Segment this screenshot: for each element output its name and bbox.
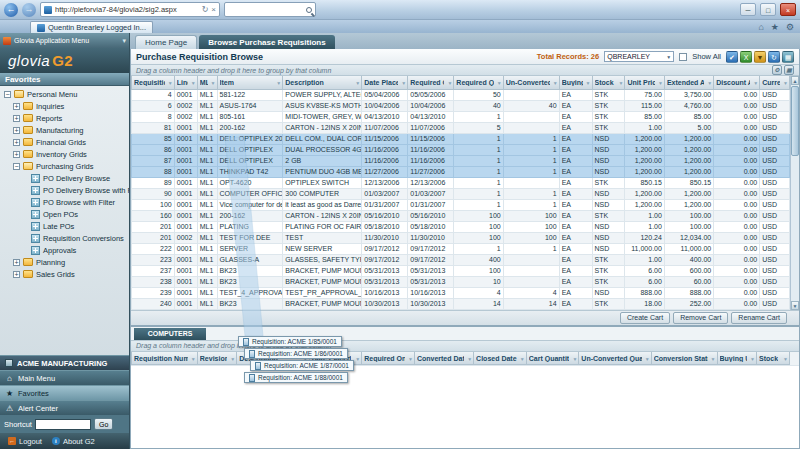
col-line[interactable]: Line▼ [174, 76, 197, 89]
tree-item-purchasing-grids[interactable]: −Purchasing Grids [0, 160, 129, 172]
requisition-row[interactable]: 60002ML1ASUS-1764ASUS KV8SE-KS MOTHER10/… [132, 100, 790, 111]
filter-funnel-icon[interactable]: ▼ [586, 80, 591, 86]
tree-item-po-delivery-browse-with-f[interactable]: PO Delivery Browse with F [0, 184, 129, 196]
requisition-row[interactable]: 2380001ML1BK23BRACKET, PUMP MOUNTI05/31/… [132, 276, 790, 287]
requisition-row[interactable]: 2230001ML1GLASSES-AGLASSES, SAFETY TYPE … [132, 254, 790, 265]
column-chooser-icon[interactable]: ▦ [782, 51, 794, 63]
filter-funnel-icon[interactable]: ▼ [168, 80, 173, 86]
cart-tab-computers[interactable]: COMPUTERS [134, 328, 206, 340]
address-bar[interactable]: http://pieforvia7-84/glovia2/sig2.aspx ↻… [40, 2, 220, 17]
browser-tab[interactable]: Quentin Brearley Logged In... [30, 21, 153, 33]
col-buying-um[interactable]: Buying UM▼ [559, 76, 592, 89]
filter-funnel-icon[interactable]: ▼ [707, 80, 712, 86]
maximize-button[interactable]: □ [760, 3, 776, 16]
cart-col-converted-date[interactable]: Converted Date▼ [414, 352, 473, 365]
excel-export-icon[interactable]: X [740, 51, 752, 63]
expand-icon[interactable]: + [13, 271, 20, 278]
requisition-row[interactable]: 890001ML1OPT-4620OPTIPLEX SWITCH12/13/20… [132, 177, 790, 188]
scroll-down-icon[interactable]: ▼ [791, 301, 799, 310]
requisition-row[interactable]: 850001ML1DELL OPTIPLEX 200DELL COM., DUA… [132, 133, 790, 144]
expand-icon[interactable]: + [13, 115, 20, 122]
requisition-row[interactable]: 880001ML1THINKPAD T42PENTIUM DUO 4GB MEM… [132, 166, 790, 177]
tree-item-late-pos[interactable]: Late POs [0, 220, 129, 232]
expand-icon[interactable]: + [13, 259, 20, 266]
cart-col-closed-date[interactable]: Closed Date▼ [474, 352, 527, 365]
remove-cart-button[interactable]: Remove Cart [673, 312, 728, 324]
requisition-row[interactable]: 80002ML1805-161MIDI-TOWER, GREY, W/O04/1… [132, 111, 790, 122]
go-button[interactable]: Go [94, 418, 113, 430]
forward-icon[interactable]: → [22, 3, 36, 17]
col-un-converted-quantity[interactable]: Un-Converted Quantity▼ [503, 76, 559, 89]
col-currency[interactable]: Currency▼ [760, 76, 790, 89]
scrollbar-thumb[interactable] [791, 86, 799, 156]
company-button[interactable]: ACME MANUFACTURING [0, 355, 129, 370]
tab-home-page[interactable]: Home Page [135, 35, 197, 49]
close-button[interactable]: × [780, 3, 796, 16]
filter-funnel-icon[interactable]: ▼ [497, 80, 502, 86]
cart-group-by-bar[interactable]: Drag a column header and drop it here to… [131, 340, 799, 352]
cart-col-buying-um[interactable]: Buying UM▼ [717, 352, 756, 365]
filter-funnel-icon[interactable]: ▼ [211, 80, 216, 86]
tree-item-manufacturing[interactable]: +Manufacturing [0, 124, 129, 136]
filter-funnel-icon[interactable]: ▼ [783, 356, 788, 362]
collapse-icon[interactable]: − [4, 91, 11, 98]
filter-funnel-icon[interactable]: ▼ [572, 356, 577, 362]
requisition-row[interactable]: 2370001ML1BK23BRACKET, PUMP MOUNTI05/31/… [132, 265, 790, 276]
sidebar-button-main-menu[interactable]: ⌂Main Menu [0, 370, 129, 385]
expand-icon[interactable]: + [13, 139, 20, 146]
cart-col-stock[interactable]: Stock▼ [757, 352, 790, 365]
refresh-icon[interactable]: ↻ [202, 5, 209, 14]
filter-funnel-icon[interactable]: ▼ [645, 356, 650, 362]
tree-item-approvals[interactable]: Approvals [0, 244, 129, 256]
user-select[interactable]: QBREARLEY ▼ [604, 51, 674, 62]
requisition-row[interactable]: 40001ML1581-122POWER SUPPLY, ALTEC-405/0… [132, 89, 790, 100]
cart-col-un-converted-quantity[interactable]: Un-Converted Quantity▼ [579, 352, 651, 365]
tree-item-sales-grids[interactable]: +Sales Grids [0, 268, 129, 280]
rename-cart-button[interactable]: Rename Cart [731, 312, 787, 324]
cart-col-cart-quantity[interactable]: Cart Quantity▼ [526, 352, 579, 365]
col-requisition-n[interactable]: Requisition N▼ [132, 76, 175, 89]
tree-item-requisition-conversions[interactable]: Requisition Conversions [0, 232, 129, 244]
filter-funnel-icon[interactable]: ▼ [191, 356, 196, 362]
scroll-up-icon[interactable]: ▲ [791, 76, 799, 85]
requisition-row[interactable]: 2390001ML1TEST_4_APPROVALTEST_PR_APPROVA… [132, 287, 790, 298]
pin-icon[interactable]: ▾ [122, 37, 126, 45]
filter-funnel-icon[interactable]: ▼ [553, 80, 558, 86]
grid-layout-icon[interactable]: ▦ [784, 65, 794, 75]
tree-item-po-browse-with-filter[interactable]: PO Browse with Filter [0, 196, 129, 208]
star-icon[interactable]: ★ [769, 21, 781, 33]
expand-icon[interactable]: + [13, 127, 20, 134]
filter-funnel-icon[interactable]: ▼ [783, 80, 788, 86]
home-icon[interactable]: ⌂ [756, 21, 765, 33]
stop-icon[interactable]: × [211, 5, 216, 14]
logout-link[interactable]: ← Logout [8, 437, 42, 446]
expand-icon[interactable]: + [13, 151, 20, 158]
tree-item-inventory-grids[interactable]: +Inventory Grids [0, 148, 129, 160]
tree-item-planning[interactable]: +Planning [0, 256, 129, 268]
requisition-row[interactable]: 2400001ML1BK23BRACKET, PUMP MOUNTI10/30/… [132, 298, 790, 309]
col-required-on[interactable]: Required On▼ [408, 76, 454, 89]
filter-funnel-icon[interactable]: ▼ [355, 80, 360, 86]
sidebar-button-favorites[interactable]: ★Favorites [0, 385, 129, 400]
filter-funnel-icon[interactable]: ▼ [230, 356, 235, 362]
filter-funnel-icon[interactable]: ▼ [447, 80, 452, 86]
col-unit-price[interactable]: Unit Price▼ [625, 76, 664, 89]
filter-funnel-icon[interactable]: ▼ [355, 356, 360, 362]
filter-funnel-icon[interactable]: ▼ [711, 356, 716, 362]
requisition-row[interactable]: 2010002ML1TEST FOR DEETEST11/30/201011/3… [132, 232, 790, 243]
filter-funnel-icon[interactable]: ▼ [658, 80, 663, 86]
tree-item-reports[interactable]: +Reports [0, 112, 129, 124]
cart-col-date-placed[interactable]: Date Placed▼ [309, 352, 362, 365]
expand-icon[interactable]: + [13, 103, 20, 110]
filter-funnel-icon[interactable]: ▼ [467, 356, 472, 362]
cart-col-required-on[interactable]: Required On▼ [362, 352, 415, 365]
vertical-scrollbar[interactable]: ▲ ▼ [790, 76, 799, 310]
sidebar-button-alert-center[interactable]: ⚠Alert Center [0, 400, 129, 415]
filter-funnel-icon[interactable]: ▼ [750, 356, 755, 362]
col-discount-amount[interactable]: Discount Amount▼ [714, 76, 760, 89]
cart-col-description[interactable]: Description▼ [237, 352, 309, 365]
tree-item-inquiries[interactable]: +Inquiries [0, 100, 129, 112]
requisition-row[interactable]: 1600001ML1200-162CARTON - 12INS X 20INS0… [132, 210, 790, 221]
collapse-icon[interactable]: − [13, 163, 20, 170]
refresh-icon[interactable]: ↻ [768, 51, 780, 63]
